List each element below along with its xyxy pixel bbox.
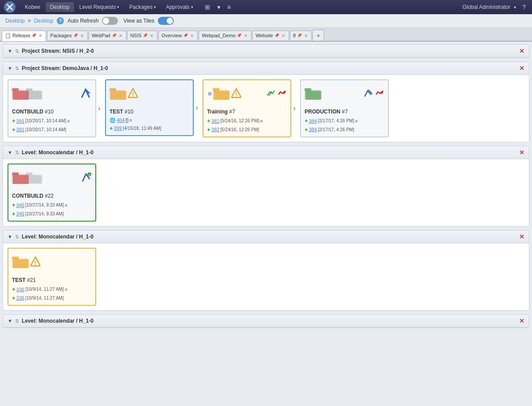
desktop-icon[interactable]: ⊞ <box>202 2 213 12</box>
collapse-icon-mono3[interactable]: ▼ <box>8 318 12 324</box>
tab-release-label: Release <box>12 33 30 38</box>
section-close-demojava[interactable]: ✕ <box>519 65 524 72</box>
tab-website[interactable]: Website 📌 ✕ <box>252 31 289 40</box>
tab-close-release[interactable]: ✕ <box>38 33 43 38</box>
svg-rect-31 <box>13 259 29 268</box>
stage-card-production[interactable]: PRODUCTION #7 + 384 [2/17/17, 4:26 PM] ≡… <box>300 79 389 137</box>
stage-card-header-production <box>301 80 388 107</box>
svg-rect-20 <box>305 88 311 91</box>
help-icon[interactable]: ? <box>520 2 528 12</box>
stage-entry: + 382 [5/24/16, 12:26 PM] <box>207 125 287 134</box>
stage-action-icons-contbuild <box>79 87 92 100</box>
tab-webpad-demo[interactable]: Webpad_Demo 📌 ✕ <box>199 31 251 40</box>
tab-packages[interactable]: Packages 📌 ✕ <box>47 31 87 40</box>
auto-refresh-toggle[interactable] <box>102 17 118 25</box>
collapse-icon-mono2[interactable]: ▼ <box>8 234 12 239</box>
tab-close-overview[interactable]: ✕ <box>189 33 195 38</box>
tab-overview-label: Overview <box>161 33 182 38</box>
user-label[interactable]: Global Administrator <box>462 4 510 10</box>
list-icon: ≡ <box>260 117 262 125</box>
help-circle-icon[interactable]: ? <box>57 17 64 24</box>
tab-webpad-label: WebPad <box>92 33 110 38</box>
entry-link-336a[interactable]: 336 <box>16 286 24 293</box>
entry-date: [10/9/14, 11:27 AM] <box>25 295 64 301</box>
tab-close-website[interactable]: ✕ <box>281 33 286 38</box>
tab-bar: 📋 Release 📌 ✕ Packages 📌 ✕ WebPad 📌 ✕ NS… <box>0 28 532 42</box>
stage-folder-icons-test: ! <box>110 86 138 101</box>
entry-link-382a[interactable]: 382 <box>211 117 219 125</box>
section-close-nsis[interactable]: ✕ <box>519 47 524 55</box>
entry-link-382b[interactable]: 382 <box>211 126 219 133</box>
pipeline-stage-test: ! TEST #10 🌐 404 [] <box>105 79 198 136</box>
stage-entry: + 391 [10/20/17, 10:14 AM] <box>12 125 92 134</box>
entry-link-345b[interactable]: 345 <box>16 210 24 218</box>
drag-icon-nsis[interactable]: ⇅ <box>15 48 19 54</box>
tab-website-label: Website <box>255 33 273 38</box>
entry-link-336b[interactable]: 336 <box>16 294 24 302</box>
entry-date: [10/20/17, 10:14 AM] <box>25 117 66 124</box>
stage-card-contbuild[interactable]: CONTBUILD #10 + 391 [10/20/17, 10:14 AM]… <box>8 79 96 137</box>
drag-icon-demojava[interactable]: ⇅ <box>15 66 19 71</box>
stage-entries-test: 🌐 404 [] ≡ + 399 [4/16/18, 11:49 AM] <box>110 117 189 133</box>
arrow-icon[interactable]: ▾ <box>215 2 223 12</box>
auto-refresh-label: Auto Refresh <box>67 18 98 24</box>
stage-card-test2[interactable]: ! TEST #21 + 336 [10/9/14, 11:27 AM] ≡ <box>8 248 96 306</box>
section-close-mono3[interactable]: ✕ <box>519 317 524 324</box>
nav-item-desktop[interactable]: Desktop <box>46 2 74 12</box>
drag-icon-mono1[interactable]: ⇅ <box>15 150 19 156</box>
list-icon: ≡ <box>355 117 358 125</box>
entry-link-384b[interactable]: 384 <box>309 126 317 133</box>
stage-action-icons-training <box>266 88 287 99</box>
section-monocalendar-3-header: ▼ ⇅ Level: Monocalendar / H_1-0 ✕ <box>3 315 529 328</box>
pipeline-stage-training: 🖥 ! <box>203 79 296 137</box>
settings-icon[interactable]: ≡ <box>225 2 234 12</box>
nav-item-packages[interactable]: Packages ▾ <box>125 2 160 12</box>
tab-add-button[interactable]: + <box>313 30 324 41</box>
breadcrumb: Desktop > Desktop <box>5 18 53 24</box>
main-content: ▼ ⇅ Project Stream: NSIS / H_2-0 ✕ ▼ ⇅ P… <box>0 42 532 406</box>
stage-name-contbuild2: CONTBUILD #22 <box>12 193 92 199</box>
tab-webpad[interactable]: WebPad 📌 ✕ <box>89 31 126 40</box>
nav-item-kobee[interactable]: Kobee <box>20 2 45 12</box>
section-mono2-title: Level: Monocalendar / H_1-0 <box>22 234 516 240</box>
stage-entries-contbuild2: + 345 [10/27/14, 9:33 AM] ≡ + 345 [10/27… <box>12 201 92 218</box>
tab-icon: 📋 <box>5 33 11 39</box>
entry-link-345a[interactable]: 345 <box>16 202 24 209</box>
collapse-icon-demojava[interactable]: ▼ <box>8 66 12 71</box>
entry-link-384a[interactable]: 384 <box>309 117 317 125</box>
section-close-mono1[interactable]: ✕ <box>519 149 524 156</box>
breadcrumb-desktop-link[interactable]: Desktop <box>5 18 25 24</box>
section-mono1-body: + CONTBUILD #22 + 345 [10/27/14, 9:33 AM… <box>3 159 529 226</box>
stage-entries-contbuild: + 391 [10/20/17, 10:14 AM] ≡ + 391 [10/2… <box>12 117 92 134</box>
stage-arrow: › <box>196 103 198 113</box>
tab-overview[interactable]: Overview 📌 ✕ <box>158 31 198 40</box>
tab-release[interactable]: 📋 Release 📌 ✕ <box>2 31 46 41</box>
stage-card-training[interactable]: 🖥 ! <box>203 79 291 137</box>
stage-card-contbuild2[interactable]: + CONTBUILD #22 + 345 [10/27/14, 9:33 AM… <box>8 164 96 222</box>
tab-close-nsis[interactable]: ✕ <box>149 33 154 38</box>
entry-link-404[interactable]: 404 <box>117 117 125 124</box>
section-close-mono2[interactable]: ✕ <box>519 233 524 240</box>
stage-card-test[interactable]: ! TEST #10 🌐 404 [] <box>105 79 194 136</box>
tab-close-webpad[interactable]: ✕ <box>118 33 123 38</box>
tab-close-8[interactable]: ✕ <box>303 33 309 38</box>
collapse-icon-mono1[interactable]: ▼ <box>8 150 12 155</box>
tab-nsis[interactable]: NSIS 📌 ✕ <box>127 31 158 40</box>
nav-item-level-requests[interactable]: Level Requests ▾ <box>75 2 124 12</box>
stage-entry: + 384 [2/17/17, 4:26 PM] ≡ <box>305 117 384 125</box>
add-icon: + <box>207 125 211 134</box>
nav-item-approvals[interactable]: Approvals ▾ <box>161 2 197 12</box>
breadcrumb-desktop-link2[interactable]: Desktop <box>34 18 53 24</box>
tab-close-webpad-demo[interactable]: ✕ <box>243 33 248 38</box>
drag-icon-mono3[interactable]: ⇅ <box>15 318 19 324</box>
stage-folder-icons-production <box>305 86 322 101</box>
collapse-icon-nsis[interactable]: ▼ <box>8 48 12 54</box>
tab-8[interactable]: 8 📌 ✕ <box>290 31 312 40</box>
breadcrumb-bar: Desktop > Desktop ? Auto Refresh View as… <box>0 14 532 28</box>
entry-link-399[interactable]: 399 <box>114 125 122 132</box>
drag-icon-mono2[interactable]: ⇅ <box>15 234 19 240</box>
tab-close-packages[interactable]: ✕ <box>79 33 85 38</box>
entry-link-391a[interactable]: 391 <box>16 117 24 125</box>
view-tiles-toggle[interactable] <box>158 17 174 25</box>
entry-link-391b[interactable]: 391 <box>16 126 24 133</box>
